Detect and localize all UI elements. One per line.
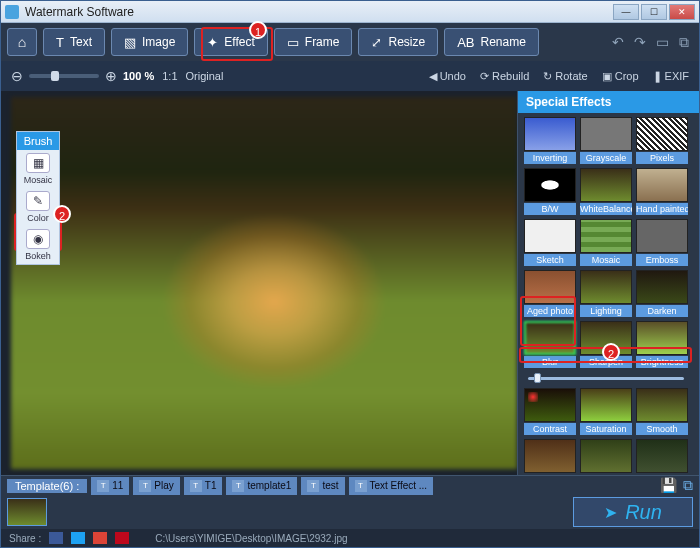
undo-icon[interactable]: ↶ (612, 34, 624, 51)
minimize-button[interactable]: — (613, 4, 639, 20)
template-item[interactable]: Ttest (301, 477, 344, 495)
effect-thumb (636, 388, 688, 422)
chat-icon[interactable]: ▭ (656, 34, 669, 51)
exif-button[interactable]: ❚EXIF (653, 70, 689, 83)
share-facebook-icon[interactable] (49, 532, 63, 544)
save-template-icon[interactable]: 💾 (660, 477, 677, 494)
workspace: Brush ▦ Mosaic ✎ Color ◉ Bokeh 2 Spe (1, 91, 699, 475)
effect-item[interactable]: Darken (636, 270, 688, 317)
brush-header: Brush (17, 132, 59, 150)
redo-icon[interactable]: ↷ (634, 34, 646, 51)
template-icon: T (139, 480, 151, 492)
brush-item-color[interactable]: ✎ Color (17, 188, 59, 226)
template-item-label: T1 (205, 480, 217, 491)
template-item[interactable]: TPlay (133, 477, 179, 495)
effect-thumb (524, 219, 576, 253)
zoom-slider[interactable] (29, 74, 99, 78)
brush-item-bokeh[interactable]: ◉ Bokeh (17, 226, 59, 264)
effect-thumb (524, 270, 576, 304)
template-item[interactable]: T11 (91, 477, 129, 495)
template-item[interactable]: Ttemplate1 (226, 477, 297, 495)
effect-label: Emboss (636, 254, 688, 266)
effect-label: Brightness (636, 356, 688, 368)
list-icon[interactable]: ⧉ (679, 34, 689, 51)
effect-item[interactable]: Lighting (580, 270, 632, 317)
effects-grid: InvertingGrayscalePixelsB/WWhiteBalanceH… (524, 117, 697, 473)
zoom-slider-thumb[interactable] (51, 71, 59, 81)
effect-item[interactable] (580, 439, 632, 473)
effect-thumb (580, 168, 632, 202)
effect-item[interactable]: WhiteBalance (580, 168, 632, 215)
window-controls: — ☐ ✕ (613, 4, 695, 20)
rebuild-button[interactable]: ⟳Rebuild (480, 70, 529, 83)
zoom-in-icon[interactable]: ⊕ (105, 68, 117, 84)
effect-item[interactable]: Brightness (636, 321, 688, 368)
maximize-button[interactable]: ☐ (641, 4, 667, 20)
effect-label: Aged photo (524, 305, 576, 317)
effect-item[interactable]: Saturation (580, 388, 632, 435)
effect-item[interactable]: B/W (524, 168, 576, 215)
tab-rename[interactable]: AB Rename (444, 28, 539, 56)
effect-item[interactable] (524, 439, 576, 473)
tab-rename-label: Rename (481, 35, 526, 49)
brush-item-mosaic[interactable]: ▦ Mosaic (17, 150, 59, 188)
run-button[interactable]: ➤ Run (573, 497, 693, 527)
effect-item[interactable]: Smooth (636, 388, 688, 435)
callout-badge-2a: 2 (53, 205, 71, 223)
effect-slider-thumb[interactable] (534, 373, 541, 383)
effect-item[interactable]: Hand painted (636, 168, 688, 215)
share-twitter-icon[interactable] (71, 532, 85, 544)
effect-thumb (524, 168, 576, 202)
effect-label: Mosaic (580, 254, 632, 266)
template-icon: T (232, 480, 244, 492)
home-button[interactable]: ⌂ (7, 28, 37, 56)
effect-slider[interactable] (524, 372, 688, 384)
share-pinterest-icon[interactable] (115, 532, 129, 544)
effect-item[interactable]: Mosaic (580, 219, 632, 266)
effect-label: Inverting (524, 152, 576, 164)
rotate-button[interactable]: ↻Rotate (543, 70, 587, 83)
status-bar: Share : C:\Users\YIMIGE\Desktop\IMAGE\29… (1, 529, 699, 547)
text-icon: T (56, 35, 64, 50)
effect-label: Grayscale (580, 152, 632, 164)
app-icon (5, 5, 19, 19)
zoom-out-icon[interactable]: ⊖ (11, 68, 23, 84)
canvas-area: Brush ▦ Mosaic ✎ Color ◉ Bokeh 2 (1, 91, 517, 475)
tab-text[interactable]: T Text (43, 28, 105, 56)
effect-item[interactable]: Blur (524, 321, 576, 368)
template-item[interactable]: TText Effect ... (349, 477, 434, 495)
effect-item[interactable]: Sketch (524, 219, 576, 266)
effect-item[interactable] (636, 439, 688, 473)
undo-button[interactable]: ◀Undo (429, 70, 466, 83)
toolbar-right: ↶ ↷ ▭ ⧉ (612, 34, 693, 51)
crop-button[interactable]: ▣Crop (602, 70, 639, 83)
effect-item[interactable]: Pixels (636, 117, 688, 164)
effect-item[interactable]: Contrast (524, 388, 576, 435)
tab-image[interactable]: ▧ Image (111, 28, 188, 56)
close-button[interactable]: ✕ (669, 4, 695, 20)
manage-template-icon[interactable]: ⧉ (683, 477, 693, 494)
image-thumbnail[interactable] (7, 498, 47, 526)
effect-thumb (580, 219, 632, 253)
effect-item[interactable]: Grayscale (580, 117, 632, 164)
template-icon: T (190, 480, 202, 492)
tab-resize-label: Resize (388, 35, 425, 49)
effect-label: Blur (524, 356, 576, 368)
tab-resize[interactable]: ⤢ Resize (358, 28, 438, 56)
image-icon: ▧ (124, 35, 136, 50)
template-item-label: 11 (112, 480, 123, 491)
effect-item[interactable]: Emboss (636, 219, 688, 266)
callout-badge-2b: 2 (602, 343, 620, 361)
effects-scroll[interactable]: InvertingGrayscalePixelsB/WWhiteBalanceH… (518, 113, 699, 475)
template-item[interactable]: TT1 (184, 477, 223, 495)
effect-label: B/W (524, 203, 576, 215)
canvas-image[interactable] (11, 97, 517, 469)
effect-label: Darken (636, 305, 688, 317)
effect-item[interactable]: Inverting (524, 117, 576, 164)
effect-item[interactable]: Aged photo (524, 270, 576, 317)
brush-panel: Brush ▦ Mosaic ✎ Color ◉ Bokeh (16, 131, 60, 265)
share-googleplus-icon[interactable] (93, 532, 107, 544)
tab-frame[interactable]: ▭ Frame (274, 28, 353, 56)
aspect-ratio[interactable]: 1:1 (162, 70, 177, 82)
size-label: Original (186, 70, 224, 82)
